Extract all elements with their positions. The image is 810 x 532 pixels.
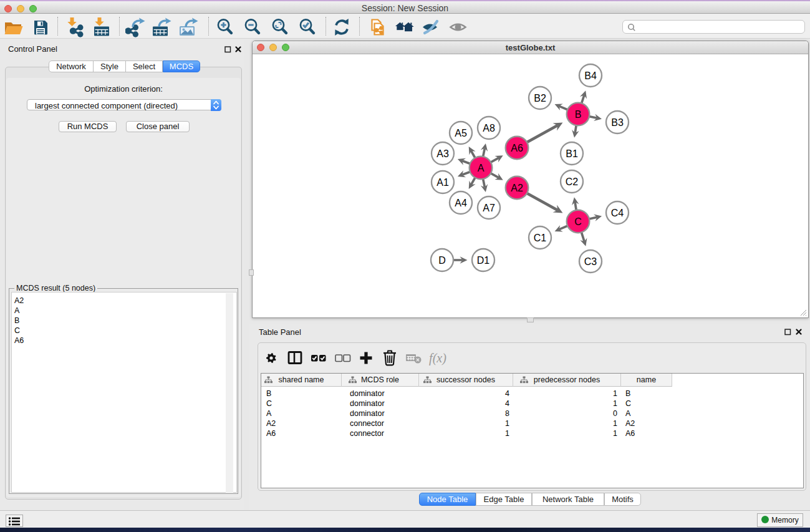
svg-text:A8: A8 [483, 123, 495, 133]
svg-text:B4: B4 [584, 70, 597, 81]
svg-text:A4: A4 [455, 198, 467, 208]
svg-text:B1: B1 [566, 148, 578, 159]
svg-text:D1: D1 [477, 255, 490, 266]
svg-text:C1: C1 [534, 233, 547, 243]
svg-text:f(x): f(x) [429, 351, 446, 365]
svg-text:A2: A2 [511, 183, 523, 193]
svg-text:A7: A7 [483, 203, 495, 213]
svg-text:C: C [574, 216, 582, 227]
svg-text:A1: A1 [436, 177, 449, 188]
svg-text:C4: C4 [611, 208, 624, 218]
svg-text:B2: B2 [534, 93, 546, 104]
svg-text:D: D [438, 255, 446, 266]
svg-text:A3: A3 [436, 148, 449, 159]
svg-text:A: A [478, 163, 485, 173]
svg-text:A5: A5 [455, 128, 467, 138]
svg-text:C2: C2 [566, 177, 579, 187]
svg-text:C3: C3 [584, 256, 597, 267]
svg-text:A6: A6 [511, 143, 523, 153]
svg-text:B3: B3 [611, 117, 624, 128]
svg-text:B: B [575, 109, 582, 120]
